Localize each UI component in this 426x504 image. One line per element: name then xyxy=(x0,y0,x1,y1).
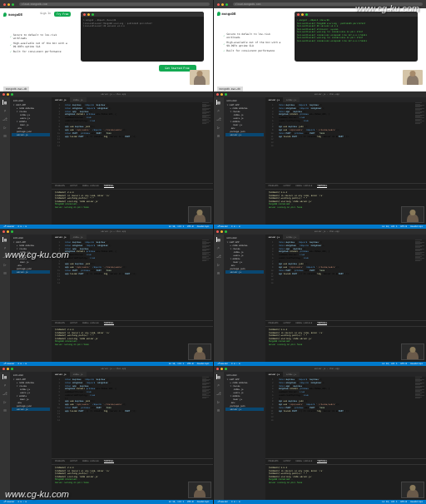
terminal-tab[interactable]: TERMINAL xyxy=(104,460,114,463)
code-editor[interactable]: 1234567891011121314 const express = requ… xyxy=(52,377,213,458)
maximize-icon[interactable] xyxy=(12,3,14,6)
tree-item[interactable]: server.js xyxy=(225,408,264,411)
minimap[interactable] xyxy=(201,102,213,183)
minimize-icon[interactable] xyxy=(220,368,223,370)
minimap[interactable] xyxy=(201,240,213,320)
maximize-icon[interactable] xyxy=(225,230,227,233)
debug-icon[interactable]: ▷ xyxy=(2,125,7,130)
terminal-tab[interactable]: TERMINAL xyxy=(317,322,327,325)
terminal-tab[interactable]: TERMINAL xyxy=(317,185,327,188)
nav-signin[interactable]: Sign In xyxy=(40,12,51,17)
problems-count[interactable]: ⊘ 0 ⚠ 0 xyxy=(18,501,27,503)
minimize-icon[interactable] xyxy=(7,230,9,233)
minimize-icon[interactable] xyxy=(220,230,223,233)
terminal-tab[interactable]: TERMINAL xyxy=(104,185,114,188)
git-icon[interactable]: ⎇ xyxy=(216,116,221,121)
maximize-icon[interactable] xyxy=(225,93,227,96)
explorer-icon[interactable]: ▤ xyxy=(2,237,7,242)
minimize-icon[interactable] xyxy=(221,3,224,6)
cursor-position[interactable]: Ln 14, Col 1 xyxy=(169,225,184,228)
code-editor[interactable]: 1234567891011121314 const express = requ… xyxy=(265,377,427,458)
maximize-icon[interactable] xyxy=(225,368,227,370)
git-branch[interactable]: ⎇ master xyxy=(3,501,15,503)
git-branch[interactable]: ⎇ master xyxy=(217,501,229,503)
maximize-icon[interactable] xyxy=(11,368,13,370)
git-branch[interactable]: ⎇ master xyxy=(3,225,15,228)
cursor-position[interactable]: Ln 14, Col 1 xyxy=(169,501,184,503)
tree-item[interactable]: server.js xyxy=(225,270,264,274)
terminal-overlay[interactable]: > mongod --dbpath /data/db [initandliste… xyxy=(81,12,204,62)
search-icon[interactable]: ⌕ xyxy=(216,383,221,388)
search-icon[interactable]: ⌕ xyxy=(2,383,7,388)
terminal-tab[interactable]: DEBUG CONSOLE xyxy=(296,322,313,325)
maximize-icon[interactable] xyxy=(11,230,13,233)
minimize-icon[interactable] xyxy=(7,368,9,370)
search-icon[interactable]: ⌕ xyxy=(216,245,221,250)
terminal-tab[interactable]: OUTPUT xyxy=(70,185,77,188)
debug-icon[interactable]: ▷ xyxy=(216,399,221,404)
minimap[interactable] xyxy=(414,377,426,458)
tree-item[interactable]: server.js xyxy=(12,133,50,136)
terminal-tab[interactable]: PROBLEMS xyxy=(55,185,65,188)
search-icon[interactable]: ⌕ xyxy=(216,108,221,113)
code-editor[interactable]: 1234567891011121314 const express = requ… xyxy=(265,102,427,183)
problems-count[interactable]: ⊘ 0 ⚠ 0 xyxy=(231,363,240,365)
terminal-tab[interactable]: TERMINAL xyxy=(317,460,327,463)
terminal-tab[interactable]: DEBUG CONSOLE xyxy=(82,185,99,188)
explorer-icon[interactable]: ▤ xyxy=(2,374,7,379)
terminal-tab[interactable]: DEBUG CONSOLE xyxy=(296,460,313,463)
minimap[interactable] xyxy=(414,102,426,183)
encoding[interactable]: UTF-8 xyxy=(187,225,194,228)
explorer-icon[interactable]: ▤ xyxy=(216,237,221,242)
minimap[interactable] xyxy=(414,240,426,320)
url-bar[interactable]: cloud.mongodb.com xyxy=(233,2,424,6)
terminal-tab[interactable]: OUTPUT xyxy=(284,460,291,463)
git-branch[interactable]: ⎇ master xyxy=(3,363,15,365)
minimize-icon[interactable] xyxy=(7,3,10,6)
close-icon[interactable] xyxy=(217,3,220,6)
tree-item[interactable]: server.js xyxy=(12,408,50,411)
git-icon[interactable]: ⎇ xyxy=(216,391,221,396)
terminal-tab[interactable]: DEBUG CONSOLE xyxy=(82,322,99,325)
close-icon[interactable] xyxy=(3,3,6,6)
language-mode[interactable]: JavaScript xyxy=(196,501,209,503)
extensions-icon[interactable]: ⊞ xyxy=(2,270,7,275)
close-icon[interactable] xyxy=(2,230,5,233)
problems-count[interactable]: ⊘ 0 ⚠ 0 xyxy=(231,501,240,503)
tree-item[interactable]: server.js xyxy=(12,270,50,274)
encoding[interactable]: UTF-8 xyxy=(400,225,407,228)
url-bar[interactable]: cloud.mongodb.com xyxy=(19,2,210,6)
terminal-overlay[interactable]: > mongod --dbpath /data/db [initandliste… xyxy=(295,12,418,62)
git-branch[interactable]: ⎇ master xyxy=(217,363,229,365)
debug-icon[interactable]: ▷ xyxy=(2,399,7,404)
terminal-tab[interactable]: TERMINAL xyxy=(104,322,114,325)
encoding[interactable]: UTF-8 xyxy=(187,501,194,503)
minimap[interactable] xyxy=(201,377,213,458)
language-mode[interactable]: JavaScript xyxy=(410,363,423,365)
terminal-tab[interactable]: PROBLEMS xyxy=(269,322,279,325)
terminal-tab[interactable]: OUTPUT xyxy=(70,460,77,463)
tree-item[interactable]: server.js xyxy=(225,133,264,136)
problems-count[interactable]: ⊘ 0 ⚠ 0 xyxy=(231,225,240,228)
try-free-button[interactable]: Try Free xyxy=(54,12,71,17)
close-icon[interactable] xyxy=(216,93,219,96)
close-icon[interactable] xyxy=(216,230,219,233)
terminal-tab[interactable]: OUTPUT xyxy=(70,322,77,325)
debug-icon[interactable]: ▷ xyxy=(2,262,7,267)
terminal-tab[interactable]: PROBLEMS xyxy=(55,322,65,325)
language-mode[interactable]: JavaScript xyxy=(410,225,423,228)
git-branch[interactable]: ⎇ master xyxy=(217,225,229,228)
explorer-icon[interactable]: ▤ xyxy=(2,100,7,105)
encoding[interactable]: UTF-8 xyxy=(400,501,407,503)
close-icon[interactable] xyxy=(2,368,5,370)
terminal-tab[interactable]: PROBLEMS xyxy=(55,460,65,463)
language-mode[interactable]: JavaScript xyxy=(196,225,209,228)
maximize-icon[interactable] xyxy=(225,3,228,6)
cursor-position[interactable]: Ln 14, Col 1 xyxy=(382,225,397,228)
minimize-icon[interactable] xyxy=(220,93,223,96)
terminal-tab[interactable]: DEBUG CONSOLE xyxy=(82,460,99,463)
terminal-tab[interactable]: PROBLEMS xyxy=(269,185,279,188)
cursor-position[interactable]: Ln 14, Col 1 xyxy=(169,363,184,365)
search-icon[interactable]: ⌕ xyxy=(2,245,7,250)
terminal-tab[interactable]: OUTPUT xyxy=(284,185,291,188)
